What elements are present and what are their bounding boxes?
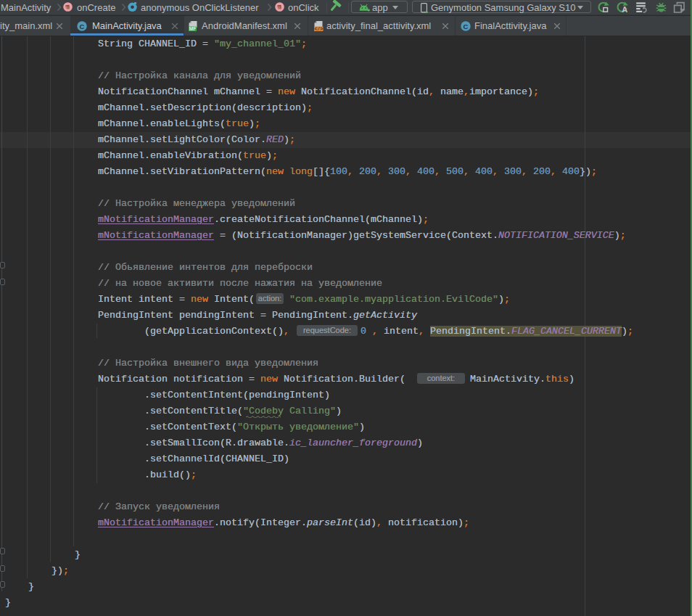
svg-text:C: C	[80, 22, 85, 30]
svg-text:</>: </>	[314, 27, 323, 32]
svg-text:A: A	[622, 5, 627, 14]
svg-text:C: C	[464, 22, 469, 30]
svg-text:MF: MF	[189, 26, 196, 31]
